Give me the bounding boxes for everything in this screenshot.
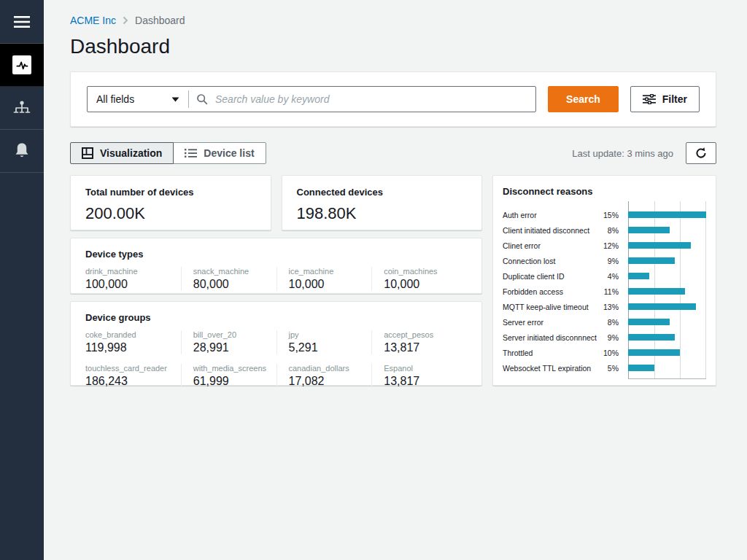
- metric-cell: bill_over_2028,991: [181, 330, 276, 354]
- card-total-devices: Total number of devices 200.00K: [70, 175, 271, 230]
- metric-cell: ice_machine10,000: [276, 267, 372, 291]
- chart-category-label: Websocket TTL expiration: [503, 364, 597, 373]
- chart-category-label: Auth error: [503, 211, 597, 219]
- chart-row: MQTT keep-alive timeout13%: [503, 299, 706, 314]
- search-scope-select[interactable]: All fields: [88, 87, 188, 112]
- last-update-text: Last update: 3 mins ago: [572, 148, 673, 159]
- search-scope-label: All fields: [96, 93, 134, 105]
- sidebar-item-device-hierarchy[interactable]: [0, 87, 44, 130]
- filter-sliders-icon: [643, 94, 656, 104]
- chart-bar: [628, 211, 706, 218]
- card-title: Connected devices: [297, 187, 468, 198]
- chart-row: Websocket TTL expiration5%: [503, 360, 706, 376]
- chart-category-label: Client initiated disconnect: [503, 226, 597, 235]
- chart-value-label: 11%: [597, 287, 619, 296]
- metric-value: 100,000: [85, 278, 181, 291]
- search-control-group: All fields: [87, 86, 536, 112]
- metric-value: 13,817: [384, 341, 467, 354]
- chart-bar-track: [628, 303, 706, 310]
- chart-value-label: 10%: [597, 349, 619, 357]
- chart-bar: [628, 303, 696, 310]
- tab-device-list[interactable]: Device list: [173, 142, 266, 164]
- breadcrumb: ACME Inc Dashboard: [70, 15, 716, 26]
- list-icon: [185, 148, 197, 158]
- search-box: [189, 87, 535, 112]
- chart-row: Throttled10%: [503, 345, 706, 360]
- filter-button-label: Filter: [662, 93, 687, 105]
- card-device-types: Device types drink_machine100,000snack_m…: [70, 238, 482, 294]
- metric-cell: accept_pesos13,817: [371, 330, 467, 354]
- connected-devices-value: 198.80K: [297, 204, 468, 223]
- chart-title: Disconnect reasons: [503, 186, 706, 197]
- chart-row: Server initiated disconnnect9%: [503, 330, 706, 345]
- metric-cell: canadian_dollars17,082: [276, 364, 372, 388]
- chart-bar: [628, 257, 675, 264]
- metric-cell: drink_machine100,000: [85, 267, 181, 291]
- chart-bar: [628, 349, 680, 356]
- chart-value-label: 13%: [597, 303, 619, 311]
- bell-icon: [13, 141, 31, 160]
- chart-row: Forbidden access11%: [503, 284, 706, 299]
- card-title: Total number of devices: [85, 187, 256, 198]
- chart-category-label: Clinet error: [503, 241, 597, 250]
- refresh-button[interactable]: [686, 142, 716, 164]
- search-button[interactable]: Search: [548, 86, 619, 112]
- search-icon: [196, 93, 208, 105]
- chart-bar-track: [628, 365, 706, 371]
- chart-row: Clinet error12%: [503, 238, 706, 253]
- metric-value: 17,082: [289, 375, 372, 388]
- metric-label: drink_machine: [85, 267, 181, 276]
- chart-value-label: 9%: [597, 333, 619, 342]
- filter-button[interactable]: Filter: [630, 86, 700, 112]
- metric-label: accept_pesos: [384, 330, 467, 339]
- chart-bar-track: [628, 227, 706, 233]
- chart-category-label: MQTT keep-alive timeout: [503, 303, 597, 311]
- metric-label: touchless_card_reader: [85, 364, 181, 373]
- dashboard-icon: [82, 147, 93, 159]
- metric-value: 10,000: [289, 278, 372, 291]
- sidebar-item-monitor[interactable]: [0, 44, 44, 87]
- metric-value: 13,817: [384, 375, 467, 388]
- chart-bar: [628, 288, 685, 295]
- metric-label: with_media_screens: [193, 364, 276, 373]
- chart-value-label: 12%: [597, 241, 619, 250]
- search-input[interactable]: [214, 87, 528, 112]
- chart-row: Duplicate client ID4%: [503, 268, 706, 284]
- metric-label: canadian_dollars: [289, 364, 372, 373]
- metric-value: 5,291: [289, 341, 372, 354]
- hamburger-icon: [13, 15, 31, 28]
- chart-bar-track: [628, 349, 706, 356]
- chart-category-label: Server error: [503, 318, 597, 327]
- tab-visualization[interactable]: Visualization: [70, 142, 174, 164]
- card-device-groups: Device groups coke_branded119,998bill_ov…: [70, 301, 482, 386]
- chart-row: Server error8%: [503, 314, 706, 330]
- metric-label: bill_over_20: [193, 330, 276, 339]
- sitemap-icon: [12, 100, 31, 116]
- search-panel: All fields Search: [70, 71, 716, 127]
- metric-label: snack_machine: [193, 267, 276, 276]
- metric-label: coin_machines: [384, 267, 467, 276]
- metric-label: jpy: [289, 330, 372, 339]
- chart-rows: Auth error15%Client initiated disconnect…: [503, 207, 706, 376]
- chart-value-label: 4%: [597, 272, 619, 281]
- chart-value-label: 8%: [597, 226, 619, 235]
- chart-category-label: Duplicate client ID: [503, 272, 597, 281]
- sidebar-item-alerts[interactable]: [0, 130, 44, 173]
- metric-cell: jpy5,291: [276, 330, 372, 354]
- metric-cell: coke_branded119,998: [85, 330, 181, 354]
- device-types-grid: drink_machine100,000snack_machine80,000i…: [85, 267, 467, 291]
- metric-value: 61,999: [193, 375, 276, 388]
- metric-cell: Espanol13,817: [371, 364, 467, 388]
- chart-bar-track: [628, 319, 706, 325]
- chart-bar-track: [628, 257, 706, 264]
- breadcrumb-link-acme-inc[interactable]: ACME Inc: [70, 15, 116, 26]
- chart-bar: [628, 273, 649, 279]
- metric-label: ice_machine: [289, 267, 372, 276]
- card-title: Device groups: [85, 312, 467, 323]
- chart-row: Auth error15%: [503, 207, 706, 222]
- sidebar-menu-toggle-button[interactable]: [0, 0, 44, 44]
- disconnect-reasons-chart: Auth error15%Client initiated disconnect…: [503, 207, 706, 376]
- metric-value: 28,991: [193, 341, 276, 354]
- metric-cell: with_media_screens61,999: [181, 364, 276, 388]
- chart-bar-track: [628, 273, 706, 279]
